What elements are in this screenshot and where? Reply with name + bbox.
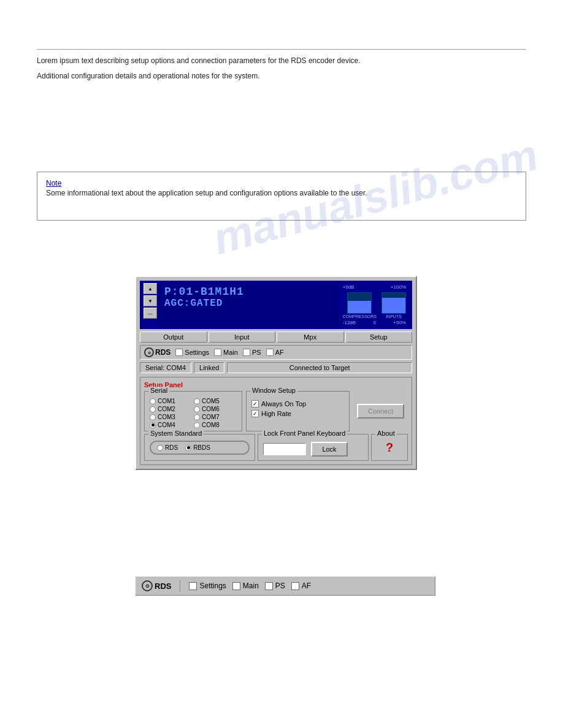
com6-label: COM6: [202, 406, 220, 412]
rds-logo: ⊙ RDS: [144, 347, 170, 357]
compressors-label: COMPRESSORS: [343, 314, 377, 319]
high-rate-label: High Rate: [261, 410, 291, 417]
rbds-radio[interactable]: [185, 445, 191, 451]
com8-label: COM8: [202, 422, 220, 428]
com1-radio[interactable]: [150, 398, 156, 404]
bottom-settings-item[interactable]: Settings: [189, 582, 226, 590]
rds-settings-label: Settings: [185, 349, 209, 356]
rds-settings-checkbox[interactable]: [175, 349, 183, 356]
com4-item[interactable]: COM4: [150, 422, 193, 428]
rds-settings-item[interactable]: Settings: [175, 349, 209, 356]
bottom-af-item[interactable]: AF: [291, 582, 311, 590]
rds-af-item[interactable]: AF: [266, 349, 284, 356]
rds-ps-label: PS: [252, 349, 261, 356]
rds-ps-checkbox[interactable]: [243, 349, 250, 356]
lock-button[interactable]: Lock: [311, 442, 348, 457]
serial-radio-grid: COM1 COM5 COM2 COM6: [150, 398, 237, 428]
bottom-ps-label: PS: [275, 582, 285, 590]
bottom-af-label: AF: [302, 582, 311, 590]
serial-group: Serial COM1 COM5 COM2: [144, 391, 242, 431]
com5-label: COM5: [202, 398, 220, 404]
com7-item[interactable]: COM7: [194, 414, 237, 420]
rds-option-item[interactable]: RDS: [157, 444, 178, 451]
rds-logo-text: RDS: [155, 348, 170, 357]
bottom-main-label: Main: [243, 582, 259, 590]
com4-label: COM4: [158, 422, 175, 428]
rbds-option-item[interactable]: RBDS: [185, 444, 210, 451]
connect-button[interactable]: Connect: [357, 404, 404, 419]
bottom-main-checkbox[interactable]: [232, 582, 240, 590]
tab-setup[interactable]: Setup: [345, 332, 413, 343]
tab-output[interactable]: Output: [140, 332, 207, 343]
setup-panel: Setup Panel Serial COM1 COM5: [140, 377, 412, 465]
bottom-settings-checkbox[interactable]: [189, 582, 197, 590]
main-panel-container: ▲ ▼ — P:01-B1M1H1 AGC:GATED +0dB +100%: [135, 276, 417, 470]
com5-item[interactable]: COM5: [194, 398, 237, 404]
com5-radio[interactable]: [194, 398, 200, 404]
window-setup-title: Window Setup: [250, 387, 297, 394]
setup-top-row: Serial COM1 COM5 COM2: [144, 391, 408, 431]
window-setup-group: Window Setup ✓ Always On Top ✓ High Rate: [246, 391, 350, 431]
com7-radio[interactable]: [194, 414, 200, 420]
com2-radio[interactable]: [150, 406, 156, 412]
always-on-top-label: Always On Top: [261, 400, 306, 408]
display-screen: P:01-B1M1H1 AGC:GATED: [159, 283, 338, 327]
rds-main-label: Main: [223, 349, 238, 356]
tab-input[interactable]: Input: [209, 332, 276, 343]
com6-item[interactable]: COM6: [194, 406, 237, 412]
down-arrow-button[interactable]: ▼: [144, 295, 157, 306]
serial-status: Serial: COM4: [140, 362, 191, 373]
rds-radio[interactable]: [157, 445, 163, 451]
com3-item[interactable]: COM3: [150, 414, 193, 420]
lock-front-panel-title: Lock Front Panel Keyboard: [262, 430, 347, 437]
up-arrow-button[interactable]: ▲: [144, 283, 157, 294]
com4-radio[interactable]: [150, 422, 156, 428]
compressors-meter: COMPRESSORS: [343, 292, 377, 319]
com6-radio[interactable]: [194, 406, 200, 412]
bottom-ps-checkbox[interactable]: [265, 582, 273, 590]
com3-radio[interactable]: [150, 414, 156, 420]
top-rule: [37, 49, 526, 50]
high-rate-item[interactable]: ✓ High Rate: [251, 410, 344, 417]
system-standard-options: RDS RBDS: [150, 441, 250, 455]
com2-item[interactable]: COM2: [150, 406, 193, 412]
tab-mpx[interactable]: Mpx: [277, 332, 344, 343]
high-rate-checkbox[interactable]: ✓: [251, 410, 259, 417]
bottom-rds-text: RDS: [155, 582, 171, 591]
inputs-label: INPUTS: [386, 314, 402, 319]
setup-bottom-row: System Standard RDS RBDS Lock: [144, 434, 408, 461]
inputs-meter: INPUTS: [381, 292, 406, 319]
connected-status: Connected to Target: [227, 362, 412, 373]
rds-main-checkbox[interactable]: [214, 349, 221, 356]
rds-af-checkbox[interactable]: [266, 349, 274, 356]
lock-input-field[interactable]: [263, 443, 306, 455]
info-box: Note Some informational text about the a…: [37, 172, 526, 221]
com8-radio[interactable]: [194, 422, 200, 428]
about-title: About: [375, 430, 397, 437]
linked-status: Linked: [194, 362, 224, 373]
info-box-link: Note: [46, 179, 61, 188]
bottom-af-checkbox[interactable]: [291, 582, 299, 590]
display-controls: ▲ ▼ —: [144, 283, 157, 327]
rds-ps-item[interactable]: PS: [243, 349, 261, 356]
always-on-top-checkbox[interactable]: ✓: [251, 400, 259, 408]
meter-0db-label: +0dB: [343, 284, 354, 290]
com1-item[interactable]: COM1: [150, 398, 193, 404]
bottom-ps-item[interactable]: PS: [265, 582, 285, 590]
system-standard-group: System Standard RDS RBDS: [144, 434, 255, 461]
bottom-main-item[interactable]: Main: [232, 582, 259, 590]
dash-button[interactable]: —: [144, 308, 157, 319]
com8-item[interactable]: COM8: [194, 422, 237, 428]
display-line2: AGC:GATED: [164, 298, 333, 309]
bottom-settings-label: Settings: [199, 582, 226, 590]
display-area: ▲ ▼ — P:01-B1M1H1 AGC:GATED +0dB +100%: [140, 281, 412, 329]
text-line-1: Lorem ipsum text describing setup option…: [37, 55, 526, 67]
about-question-button[interactable]: ?: [386, 441, 393, 455]
meter-100pct-label: +100%: [391, 284, 406, 290]
lock-row: Lock: [263, 442, 363, 457]
bottom-rds-bar: ⊙ RDS Settings Main PS AF: [135, 576, 435, 596]
rds-main-item[interactable]: Main: [214, 349, 238, 356]
meter-0-label: 0: [373, 320, 375, 325]
meter-12db-label: -12dB: [343, 320, 356, 325]
always-on-top-item[interactable]: ✓ Always On Top: [251, 400, 344, 408]
